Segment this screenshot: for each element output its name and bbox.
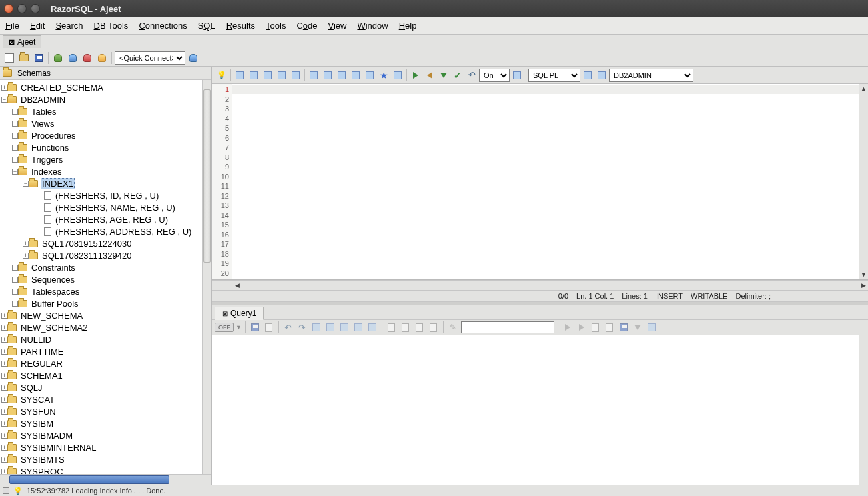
tb-btn-s2[interactable] xyxy=(595,69,608,82)
tb-btn-sched[interactable] xyxy=(510,69,524,82)
res-btn-10[interactable] xyxy=(414,321,426,333)
tree-leaf[interactable]: (FRESHERS, ID, REG , U) xyxy=(0,189,211,201)
tree-schema[interactable]: +NEW_SCHEMA xyxy=(0,309,211,321)
tree-node[interactable]: +Tablespaces xyxy=(0,285,211,297)
editor-vscrollbar[interactable]: ▲ ▼ xyxy=(859,84,868,279)
menu-results[interactable]: Results xyxy=(226,21,255,31)
results-search-input[interactable] xyxy=(461,321,554,333)
open-file-button[interactable] xyxy=(17,51,31,65)
scroll-right-icon[interactable]: ▶ xyxy=(859,282,868,289)
scroll-left-icon[interactable]: ◀ xyxy=(232,282,242,289)
results-vscrollbar[interactable] xyxy=(859,335,868,485)
tree-schema[interactable]: +PARTTIME xyxy=(0,345,211,357)
tree-schema[interactable]: +SYSCAT xyxy=(0,393,211,405)
res-btn-11[interactable] xyxy=(428,321,440,333)
close-icon[interactable]: ⊠ xyxy=(9,38,15,47)
schema-select[interactable]: DB2ADMIN xyxy=(609,69,693,82)
tree-schema[interactable]: +SCHEMA1 xyxy=(0,369,211,381)
res-nav-4[interactable] xyxy=(604,321,616,333)
tree-schema[interactable]: +SYSIBMADM xyxy=(0,429,211,441)
schema-tree[interactable]: +CREATED_SCHEMA−DB2ADMIN+Tables+Views+Pr… xyxy=(0,80,211,474)
expand-icon[interactable]: + xyxy=(12,301,18,307)
expand-icon[interactable]: + xyxy=(1,361,7,367)
tree-node[interactable]: +Functions xyxy=(0,141,211,153)
tree-schema[interactable]: +SYSIBM xyxy=(0,417,211,429)
code-editor[interactable] xyxy=(232,84,859,279)
menu-edit[interactable]: Edit xyxy=(30,21,45,31)
expand-icon[interactable]: + xyxy=(1,469,7,475)
res-btn-9[interactable] xyxy=(400,321,412,333)
expand-icon[interactable]: + xyxy=(12,109,18,115)
expand-icon[interactable]: + xyxy=(1,433,7,439)
res-btn-2[interactable]: ↷ xyxy=(296,321,308,333)
tb-btn-3[interactable] xyxy=(261,69,274,82)
tree-node[interactable]: +SQL170819151224030 xyxy=(0,237,211,249)
off-toggle[interactable]: OFF xyxy=(215,323,234,332)
hint-button[interactable]: 💡 xyxy=(215,69,228,82)
menu-file[interactable]: File xyxy=(5,21,19,31)
expand-icon[interactable]: + xyxy=(12,133,18,139)
sidebar-hscrollbar[interactable] xyxy=(0,474,211,485)
res-btn-3[interactable] xyxy=(310,321,322,333)
expand-icon[interactable]: + xyxy=(1,421,7,427)
quick-connect-go-button[interactable] xyxy=(187,51,200,65)
tb-btn-8[interactable] xyxy=(335,69,348,82)
tree-schema[interactable]: +REGULAR xyxy=(0,357,211,369)
tree-leaf[interactable]: (FRESHERS, ADDRESS, REG , U) xyxy=(0,225,211,237)
tree-node[interactable]: +Views xyxy=(0,117,211,129)
expand-icon[interactable]: + xyxy=(1,445,7,451)
tree-schema[interactable]: +SYSIBMTS xyxy=(0,453,211,465)
collapse-icon[interactable]: − xyxy=(23,181,29,187)
expand-icon[interactable]: + xyxy=(12,121,18,127)
tree-leaf[interactable]: (FRESHERS, AGE, REG , U) xyxy=(0,213,211,225)
tree-node[interactable]: +Triggers xyxy=(0,153,211,165)
window-minimize-icon[interactable] xyxy=(17,4,27,13)
menu-code[interactable]: Code xyxy=(296,21,317,31)
res-nav-1[interactable] xyxy=(562,321,574,333)
autocommit-select[interactable]: On xyxy=(479,69,510,82)
editor-hscrollbar[interactable]: ◀ ▶ xyxy=(212,280,868,290)
expand-icon[interactable]: + xyxy=(1,325,7,331)
expand-icon[interactable]: + xyxy=(12,157,18,163)
expand-icon[interactable]: + xyxy=(1,385,7,391)
expand-icon[interactable]: + xyxy=(1,409,7,415)
tree-schema[interactable]: +SYSIBMINTERNAL xyxy=(0,441,211,453)
menu-view[interactable]: View xyxy=(328,21,347,31)
exec-button[interactable] xyxy=(409,69,422,82)
expand-icon[interactable]: + xyxy=(23,253,29,259)
rollback-button[interactable]: ↶ xyxy=(465,69,478,82)
window-maximize-icon[interactable] xyxy=(31,4,40,13)
connect-button[interactable] xyxy=(51,51,65,65)
tb-btn-7[interactable] xyxy=(321,69,334,82)
res-btn-6[interactable] xyxy=(352,321,364,333)
session-tab[interactable]: ⊠ Ajeet xyxy=(3,35,41,48)
tree-node[interactable]: +Constraints xyxy=(0,261,211,273)
window-close-icon[interactable] xyxy=(4,4,13,13)
tree-schema[interactable]: +NEW_SCHEMA2 xyxy=(0,321,211,333)
tree-node-selected[interactable]: −INDEX1 xyxy=(0,177,211,189)
collapse-icon[interactable]: − xyxy=(12,169,18,175)
tree-node[interactable]: −Indexes xyxy=(0,165,211,177)
collapse-icon[interactable]: − xyxy=(1,97,7,103)
tb-btn-11[interactable] xyxy=(391,69,404,82)
language-select[interactable]: SQL PL xyxy=(528,69,580,82)
expand-icon[interactable]: + xyxy=(1,349,7,355)
tree-schema[interactable]: −DB2ADMIN xyxy=(0,93,211,105)
tree-node[interactable]: +Sequences xyxy=(0,273,211,285)
tree-node[interactable]: +Tables xyxy=(0,105,211,117)
menu-help[interactable]: Help xyxy=(399,21,417,31)
expand-icon[interactable]: + xyxy=(1,397,7,403)
menu-tools[interactable]: Tools xyxy=(266,21,286,31)
tb-btn-1[interactable] xyxy=(233,69,246,82)
res-page-button[interactable] xyxy=(263,321,275,333)
scrollbar-thumb[interactable] xyxy=(203,89,211,263)
scrollbar-thumb[interactable] xyxy=(9,475,169,484)
res-btn-1[interactable]: ↶ xyxy=(282,321,294,333)
tree-node[interactable]: +Buffer Pools xyxy=(0,297,211,309)
scroll-up-icon[interactable]: ▲ xyxy=(859,84,868,93)
exec-down-button[interactable] xyxy=(437,69,450,82)
tree-schema[interactable]: +CREATED_SCHEMA xyxy=(0,81,211,93)
tree-schema[interactable]: +SYSFUN xyxy=(0,405,211,417)
new-file-button[interactable] xyxy=(3,51,16,65)
tree-node[interactable]: +Procedures xyxy=(0,129,211,141)
